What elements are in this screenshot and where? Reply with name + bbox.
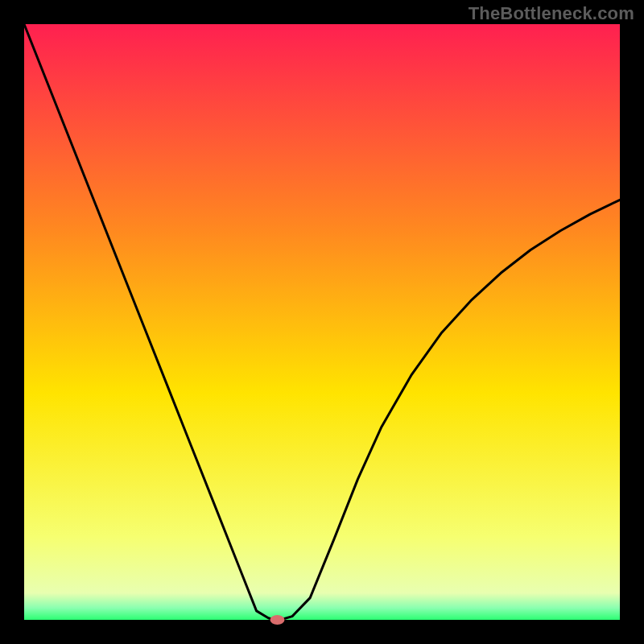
watermark-text: TheBottleneck.com [469,3,634,24]
optimum-marker [270,615,285,625]
chart-frame: { "watermark": "TheBottleneck.com", "cha… [0,0,644,644]
plot-background [24,24,620,620]
bottleneck-chart [0,0,644,644]
